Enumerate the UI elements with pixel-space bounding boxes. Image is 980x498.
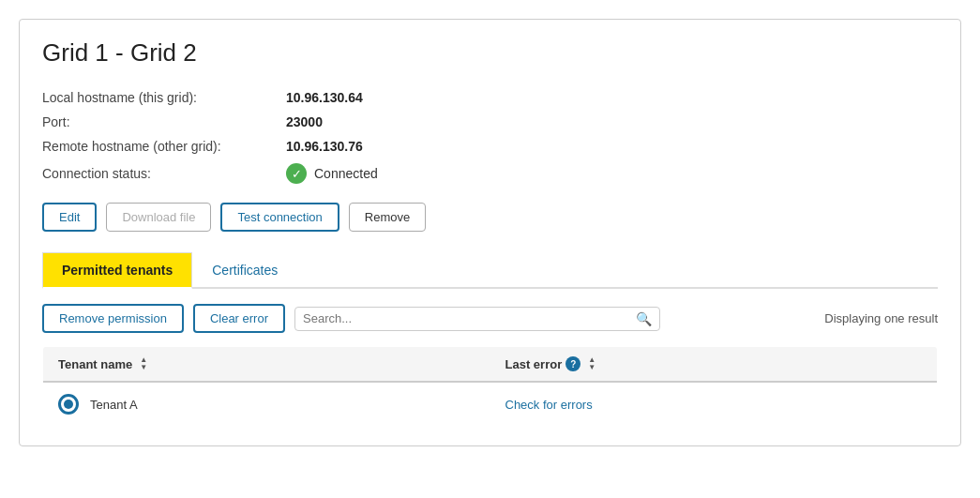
toolbar: Remove permission Clear error 🔍 Displayi… (42, 304, 938, 333)
connection-status-text: Connected (314, 166, 378, 181)
clear-error-button[interactable]: Clear error (193, 304, 285, 333)
col-header-last-error: Last error ? ▲ ▼ (490, 347, 938, 383)
port-label: Port: (42, 114, 286, 129)
port-value: 23000 (286, 114, 323, 129)
last-error-help-icon[interactable]: ? (565, 356, 580, 371)
page-title: Grid 1 - Grid 2 (42, 38, 938, 68)
check-for-errors-link[interactable]: Check for errors (505, 398, 593, 412)
remote-hostname-label: Remote hostname (other grid): (42, 139, 286, 154)
port-row: Port: 23000 (42, 114, 938, 129)
search-box[interactable]: 🔍 (294, 307, 660, 331)
connection-status-value: ✓ Connected (286, 163, 378, 184)
remove-button[interactable]: Remove (349, 203, 426, 232)
remote-hostname-value: 10.96.130.76 (286, 139, 363, 154)
local-hostname-value: 10.96.130.64 (286, 90, 363, 105)
connection-status-row: Connection status: ✓ Connected (42, 163, 938, 184)
local-hostname-label: Local hostname (this grid): (42, 90, 286, 105)
local-hostname-row: Local hostname (this grid): 10.96.130.64 (42, 90, 938, 105)
tenant-radio-icon[interactable] (58, 394, 79, 415)
tenant-name-sort[interactable]: ▲ ▼ (140, 356, 147, 371)
search-icon: 🔍 (636, 311, 652, 326)
table-header-row: Tenant name ▲ ▼ Last error ? ▲ ▼ (43, 347, 938, 383)
test-connection-button[interactable]: Test connection (220, 203, 339, 232)
radio-inner (64, 400, 73, 409)
tab-permitted-tenants[interactable]: Permitted tenants (42, 252, 192, 289)
last-error-cell: Check for errors (490, 382, 938, 427)
tab-certificates[interactable]: Certificates (192, 252, 297, 289)
remote-hostname-row: Remote hostname (other grid): 10.96.130.… (42, 139, 938, 154)
tenant-name-value: Tenant A (90, 398, 138, 412)
search-input[interactable] (303, 311, 636, 325)
data-table: Tenant name ▲ ▼ Last error ? ▲ ▼ (42, 346, 938, 427)
tenant-name-cell: Tenant A (43, 382, 490, 427)
action-buttons: Edit Download file Test connection Remov… (42, 203, 938, 232)
tabs: Permitted tenants Certificates (42, 252, 938, 289)
col-header-tenant-name: Tenant name ▲ ▼ (43, 347, 490, 383)
download-file-button: Download file (106, 203, 211, 232)
table-row: Tenant A Check for errors (43, 382, 938, 427)
info-table: Local hostname (this grid): 10.96.130.64… (42, 90, 938, 184)
edit-button[interactable]: Edit (42, 203, 97, 232)
result-count: Displaying one result (824, 311, 938, 325)
last-error-sort[interactable]: ▲ ▼ (588, 356, 596, 371)
remove-permission-button[interactable]: Remove permission (42, 304, 184, 333)
connection-status-label: Connection status: (42, 166, 286, 181)
check-icon: ✓ (286, 163, 307, 184)
